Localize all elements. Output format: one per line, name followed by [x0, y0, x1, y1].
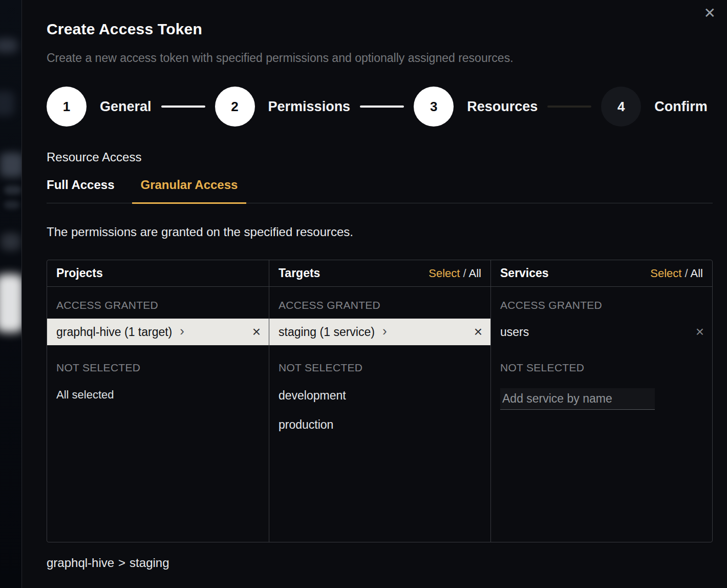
access-granted-label: ACCESS GRANTED [269, 287, 490, 319]
selected-project-label: graphql-hive (1 target) [56, 325, 172, 339]
tab-granular-access[interactable]: Granular Access [132, 178, 247, 204]
projects-empty-text: All selected [47, 381, 269, 402]
resource-access-heading: Resource Access [47, 150, 713, 164]
step-label: Resources [467, 99, 538, 115]
projects-column-header: Projects [47, 260, 269, 287]
targets-all-link[interactable]: All [469, 267, 481, 280]
background-app [0, 0, 22, 588]
selected-target-row[interactable]: staging (1 service) › × [269, 319, 490, 345]
services-column: Services Select / All ACCESS GRANTED use… [490, 260, 712, 542]
remove-project-icon[interactable]: × [252, 325, 261, 339]
remove-target-icon[interactable]: × [474, 325, 482, 339]
background-blur-blob [0, 153, 22, 177]
access-granted-label: ACCESS GRANTED [491, 287, 712, 319]
stepper-connector [547, 106, 591, 108]
selected-project-row[interactable]: graphql-hive (1 target) › × [47, 319, 269, 345]
step-label: Confirm [654, 99, 708, 115]
add-service-input[interactable] [500, 388, 655, 410]
not-selected-label: NOT SELECTED [47, 345, 269, 381]
selected-service-row[interactable]: users × [491, 319, 712, 345]
projects-column: Projects ACCESS GRANTED graphql-hive (1 … [47, 260, 269, 542]
breadcrumb-target: staging [130, 556, 169, 570]
services-select-link[interactable]: Select [650, 267, 681, 280]
not-selected-label: NOT SELECTED [491, 345, 712, 381]
step-general[interactable]: 1 General [47, 87, 152, 127]
modal-title: Create Access Token [47, 20, 713, 38]
selected-service-label: users [500, 325, 529, 339]
background-blur-blob [0, 91, 14, 116]
targets-column: Targets Select / All ACCESS GRANTED stag… [269, 260, 490, 542]
selected-target-label: staging (1 service) [279, 325, 375, 339]
step-number-circle: 4 [601, 87, 641, 127]
granular-access-description: The permissions are granted on the speci… [47, 225, 713, 239]
modal-subtitle: Create a new access token with specified… [47, 51, 713, 65]
background-blur-blob [4, 185, 22, 195]
background-blur-blob [0, 274, 22, 332]
background-blur-blob [4, 201, 19, 209]
services-column-title: Services [500, 266, 549, 280]
target-option-production[interactable]: production [269, 410, 490, 439]
step-permissions[interactable]: 2 Permissions [215, 87, 351, 127]
services-select-all: Select / All [650, 267, 703, 280]
background-blur-blob [1, 233, 20, 250]
tab-full-access[interactable]: Full Access [47, 178, 115, 203]
step-confirm[interactable]: 4 Confirm [601, 87, 708, 127]
close-icon[interactable]: ✕ [704, 6, 716, 20]
stepper-connector [161, 106, 205, 108]
chevron-right-icon: › [382, 324, 387, 338]
step-number-circle: 2 [215, 87, 255, 127]
services-column-header: Services Select / All [491, 260, 712, 287]
projects-column-title: Projects [56, 266, 103, 280]
targets-select-link[interactable]: Select [429, 267, 460, 280]
select-all-separator: / [463, 267, 466, 280]
breadcrumb-separator: > [118, 556, 125, 570]
targets-column-title: Targets [279, 266, 320, 280]
step-number-circle: 1 [47, 87, 87, 127]
create-access-token-modal: ✕ Create Access Token Create a new acces… [22, 0, 727, 588]
chevron-right-icon: › [180, 324, 184, 338]
stepper-connector [360, 106, 404, 108]
breadcrumb-project: graphql-hive [47, 556, 114, 570]
targets-column-header: Targets Select / All [269, 260, 490, 287]
access-mode-tabs: Full Access Granular Access [47, 178, 713, 203]
remove-service-icon[interactable]: × [696, 325, 704, 339]
breadcrumb: graphql-hive>staging [47, 556, 713, 570]
access-granted-label: ACCESS GRANTED [47, 287, 269, 319]
targets-select-all: Select / All [429, 267, 481, 280]
stepper: 1 General 2 Permissions 3 Resources 4 Co… [47, 87, 713, 127]
not-selected-label: NOT SELECTED [269, 345, 490, 381]
step-number-circle: 3 [414, 87, 454, 127]
step-resources[interactable]: 3 Resources [414, 87, 538, 127]
step-label: General [100, 99, 152, 115]
step-label: Permissions [268, 99, 351, 115]
services-all-link[interactable]: All [691, 267, 703, 280]
select-all-separator: / [685, 267, 688, 280]
resource-selection-table: Projects ACCESS GRANTED graphql-hive (1 … [47, 260, 713, 542]
background-blur-blob [0, 38, 17, 53]
target-option-development[interactable]: development [269, 381, 490, 410]
